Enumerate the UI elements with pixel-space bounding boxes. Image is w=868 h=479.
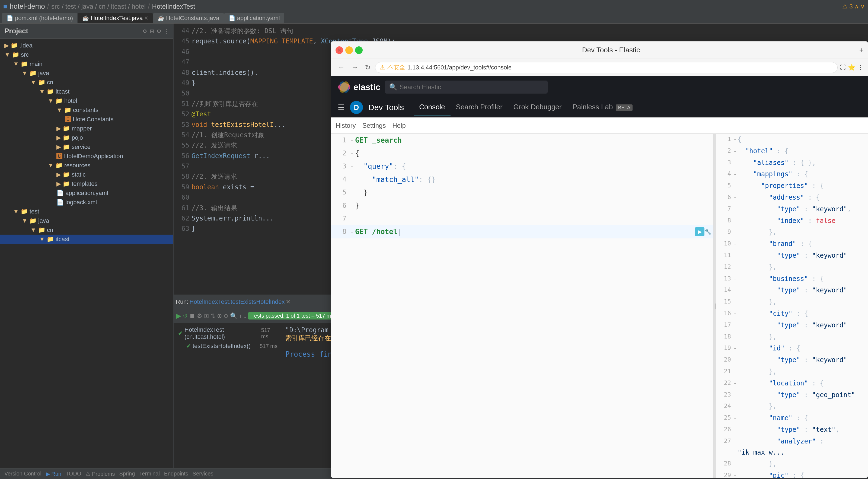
run-collapse-btn[interactable]: ⊖ <box>223 313 228 320</box>
user-avatar[interactable]: D <box>350 101 363 114</box>
browser-maximize-btn[interactable]: + <box>355 46 363 54</box>
tab-constants-icon: ☕ <box>158 15 164 22</box>
run-search-btn[interactable]: 🔍 <box>230 313 237 320</box>
java-icon: 🅲 <box>65 116 71 123</box>
run-settings-btn[interactable]: ⚙ <box>197 313 203 320</box>
nav-back-btn[interactable]: ← <box>336 62 347 73</box>
run-tab-test-name[interactable]: HotelIndexTest.testExistsHotelIndex <box>189 298 284 306</box>
json-line-2: 2 - "hotel" : { <box>716 146 868 157</box>
nav-refresh-btn[interactable]: ↻ <box>363 62 373 73</box>
run-tree-method[interactable]: ✔ testExistsHotelIndex() 517 ms <box>176 342 280 351</box>
tree-src[interactable]: ▼ 📁 src <box>0 50 173 59</box>
console-line-4: 4 "match_all": {} <box>331 173 713 186</box>
statusbar-services[interactable]: Services <box>193 471 214 477</box>
run-tree-class: HotelIndexTest (cn.itcast.hotel) <box>184 326 259 341</box>
json-line-28: 28 }, <box>716 458 868 470</box>
run-query-btn[interactable]: ▶ <box>695 227 705 236</box>
hamburger-icon[interactable]: ☰ <box>336 101 347 114</box>
tab-hotel-close[interactable]: ✕ <box>144 15 148 21</box>
tab-application-yaml[interactable]: 📄 application.yaml <box>224 13 284 23</box>
sub-nav-history[interactable]: History <box>336 122 356 129</box>
tree-test-cn[interactable]: ▼ 📁 cn <box>0 225 173 235</box>
nav-tab-grok-debugger[interactable]: Grok Debugger <box>508 98 567 116</box>
json-line-22: 22 - "location" : { <box>716 378 868 389</box>
tree-label: HotelDemoApplication <box>64 153 123 160</box>
run-stop-btn[interactable]: ⏹ <box>189 313 195 320</box>
xml-icon: 📄 <box>56 199 64 206</box>
run-prev-btn[interactable]: ↑ <box>239 313 242 320</box>
folder-icon: ▶ 📁 <box>56 134 70 141</box>
share-btn[interactable]: ⛶ <box>840 64 846 71</box>
sidebar-actions: ⟳ ⊟ ⚙ ⋮ <box>143 28 169 34</box>
tree-static[interactable]: ▶ 📁 static <box>0 170 173 179</box>
tree-hotel[interactable]: ▼ 📁 hotel <box>0 96 173 105</box>
pass-badge: Tests passed: 1 of 1 test – 517 ms <box>248 312 337 320</box>
nav-forward-btn[interactable]: → <box>349 62 361 73</box>
statusbar-run[interactable]: ▶ Run <box>46 471 61 477</box>
elastic-search-input[interactable] <box>400 83 543 91</box>
sidebar-action-settings[interactable]: ⚙ <box>156 28 161 34</box>
console-drag-handle[interactable]: || <box>714 134 716 478</box>
address-bar[interactable]: ⚠ 不安全 1.13.4.44:5601/app/dev_tools#/cons… <box>375 62 838 73</box>
tree-application-yaml[interactable]: 📄 application.yaml <box>0 189 173 198</box>
query-options-btn[interactable]: 🔧 <box>705 228 711 235</box>
statusbar-version-control[interactable]: Version Control <box>4 471 41 477</box>
tree-test-java[interactable]: ▼ 📁 java <box>0 216 173 225</box>
tree-resources[interactable]: ▼ 📁 resources <box>0 161 173 170</box>
elastic-search-bar[interactable]: 🔍 <box>385 81 548 94</box>
tab-hotel-index-test[interactable]: ☕ HotelIndexTest.java ✕ <box>78 13 153 23</box>
statusbar-endpoints[interactable]: Endpoints <box>164 471 188 477</box>
tree-pojo[interactable]: ▶ 📁 pojo <box>0 133 173 142</box>
tree-templates[interactable]: ▶ 📁 templates <box>0 179 173 189</box>
sub-nav-help[interactable]: Help <box>392 122 405 129</box>
tree-hotelconstants[interactable]: 🅲 HotelConstants <box>0 115 173 124</box>
bookmark-btn[interactable]: ⭐ <box>848 64 855 71</box>
browser-close-btn[interactable]: ✕ <box>336 46 343 54</box>
run-rerun-btn[interactable]: ↺ <box>183 313 188 320</box>
run-tab-close[interactable]: ✕ <box>286 298 290 306</box>
browser-menu-btn[interactable]: ⋮ <box>858 64 863 71</box>
sidebar-action-sync[interactable]: ⟳ <box>143 28 148 34</box>
sub-nav-settings[interactable]: Settings <box>362 122 386 129</box>
tab-pom-xml[interactable]: 📄 pom.xml (hotel-demo) <box>2 13 77 23</box>
nav-tab-painless-lab[interactable]: Painless Lab BETA <box>567 98 638 116</box>
new-tab-btn[interactable]: + <box>859 46 863 54</box>
run-tree-suite[interactable]: ✔ HotelIndexTest (cn.itcast.hotel) 517 m… <box>176 325 280 342</box>
statusbar-terminal[interactable]: Terminal <box>139 471 160 477</box>
tree-label: itcast <box>56 236 69 243</box>
statusbar-todo[interactable]: TODO <box>66 471 81 477</box>
tree-java[interactable]: ▼ 📁 java <box>0 69 173 78</box>
tree-constants[interactable]: ▼ 📁 constants <box>0 105 173 115</box>
console-editor[interactable]: 1 - GET _search 2 - { 3 - "query": { 4 <box>331 134 713 478</box>
tree-test-itcast[interactable]: ▼ 📁 itcast <box>0 235 173 244</box>
tree-cn[interactable]: ▼ 📁 cn <box>0 78 173 87</box>
run-sort-btn[interactable]: ⇅ <box>211 313 215 320</box>
nav-tab-search-profiler[interactable]: Search Profiler <box>451 98 508 116</box>
run-play-btn[interactable]: ▶ <box>176 312 181 320</box>
tree-service[interactable]: ▶ 📁 service <box>0 142 173 152</box>
console-left-pane: 1 - GET _search 2 - { 3 - "query": { 4 <box>331 134 714 478</box>
sidebar-title: Project <box>4 27 28 35</box>
tree-hoteldemoapp[interactable]: 🅲 HotelDemoApplication <box>0 152 173 161</box>
run-filter-btn[interactable]: ⊞ <box>204 313 209 320</box>
ide-breadcrumb: src / test / java / cn / itcast / hotel <box>51 3 146 10</box>
tree-logback[interactable]: 📄 logback.xml <box>0 198 173 207</box>
tree-label: .idea <box>20 42 33 49</box>
tree-main[interactable]: ▼ 📁 main <box>0 59 173 69</box>
sidebar-action-collapse[interactable]: ⊟ <box>150 28 154 34</box>
run-next-btn[interactable]: ↓ <box>244 313 247 320</box>
tree-test[interactable]: ▼ 📁 test <box>0 207 173 216</box>
folder-icon: ▼ 📁 <box>22 217 37 224</box>
yaml-icon: 📄 <box>56 190 64 197</box>
statusbar-spring[interactable]: Spring <box>119 471 135 477</box>
run-expand-btn[interactable]: ⊕ <box>217 313 222 320</box>
tree-mapper[interactable]: ▶ 📁 mapper <box>0 124 173 133</box>
tree-itcast[interactable]: ▼ 📁 itcast <box>0 87 173 96</box>
tab-hotel-constants[interactable]: ☕ HotelConstants.java <box>153 13 224 23</box>
browser-minimize-btn[interactable]: − <box>345 46 353 54</box>
sidebar-action-menu[interactable]: ⋮ <box>163 28 169 34</box>
statusbar-problems[interactable]: ⚠ Problems <box>86 471 115 477</box>
tree-idea[interactable]: ▶ 📁 .idea <box>0 41 173 50</box>
nav-tab-console[interactable]: Console <box>414 98 450 116</box>
tree-label: pojo <box>72 134 83 141</box>
